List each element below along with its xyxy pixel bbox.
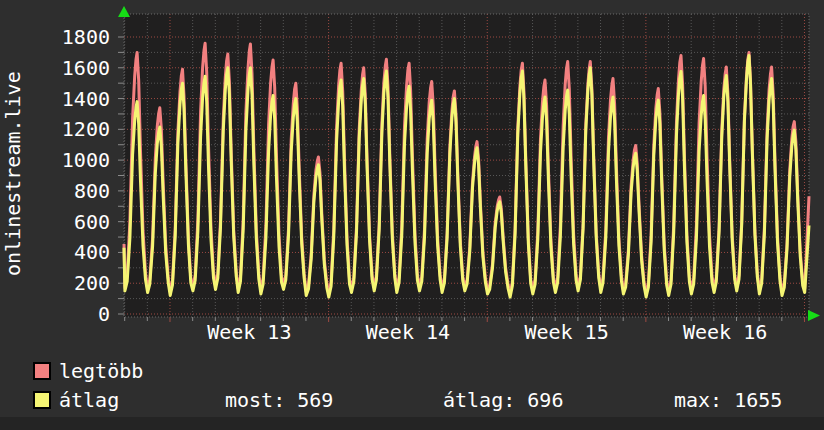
stat-atlag-value: 696 <box>527 388 563 412</box>
y-tick-label: 200 <box>10 272 110 294</box>
x-tick-label: Week 14 <box>338 321 478 343</box>
x-tick-label: Week 16 <box>655 321 795 343</box>
rrd-graph-panel: onlinestream.live 1800160014001200100080… <box>0 0 824 430</box>
stat-most: most: 569 <box>225 389 333 411</box>
stat-max-label: max: <box>674 388 722 412</box>
x-tick-label: Week 13 <box>179 321 319 343</box>
bottom-strip <box>0 417 824 430</box>
stat-most-value: 569 <box>297 388 333 412</box>
y-tick-label: 1800 <box>10 26 110 48</box>
y-tick-label: 1200 <box>10 118 110 140</box>
stat-max-value: 1655 <box>734 388 782 412</box>
legend-row-legtobb: legtöbb <box>33 360 143 382</box>
y-tick-label: 0 <box>10 303 110 325</box>
atlag-swatch-icon <box>33 391 51 409</box>
y-tick-label: 1600 <box>10 57 110 79</box>
legtobb-swatch-icon <box>33 362 51 380</box>
atlag-label: átlag <box>59 389 119 411</box>
y-tick-label: 1000 <box>10 149 110 171</box>
y-tick-label: 600 <box>10 211 110 233</box>
legend-row-atlag: átlag <box>33 389 119 411</box>
stat-most-label: most: <box>225 388 285 412</box>
x-tick-label: Week 15 <box>497 321 637 343</box>
stat-atlag: átlag: 696 <box>443 389 563 411</box>
legtobb-label: legtöbb <box>59 360 143 382</box>
y-tick-label: 400 <box>10 241 110 263</box>
y-tick-label: 1400 <box>10 88 110 110</box>
stat-atlag-label: átlag: <box>443 388 515 412</box>
y-tick-label: 800 <box>10 180 110 202</box>
stat-max: max: 1655 <box>674 389 782 411</box>
y-axis-arrow-icon <box>118 6 130 17</box>
x-axis-arrow-icon <box>808 310 820 321</box>
